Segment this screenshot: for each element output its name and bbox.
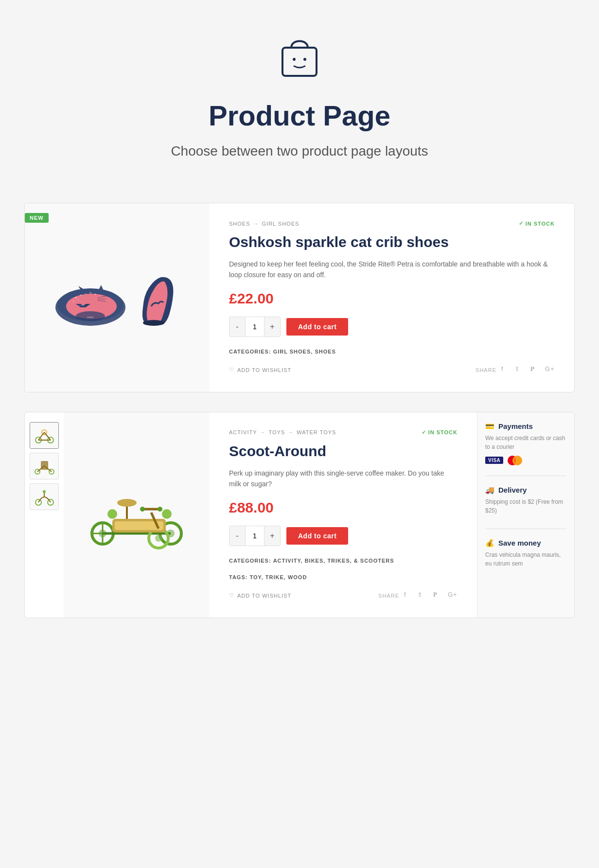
visa-icon: VISA — [485, 457, 503, 464]
product-1-details: SHOES → GIRL SHOES ✓ IN STOCK Oshkosh sp… — [210, 203, 574, 392]
pinterest-icon[interactable]: 𝐏 — [530, 365, 540, 375]
svg-point-14 — [90, 296, 98, 301]
categories-label: CATEGORIES: — [229, 349, 271, 354]
svg-point-42 — [43, 490, 46, 493]
svg-point-27 — [143, 320, 164, 326]
share-row: SHARE f 𝕥 𝐏 G+ — [476, 365, 555, 375]
in-stock-badge: ✓ IN STOCK — [519, 220, 555, 227]
hero-icon — [10, 29, 589, 85]
svg-point-58 — [140, 507, 145, 512]
pinterest-icon-2[interactable]: 𝐏 — [433, 591, 443, 601]
save-money-title: 💰 Save money — [485, 539, 566, 548]
thumbnail-2[interactable] — [30, 453, 59, 479]
qty-input[interactable] — [245, 317, 264, 337]
svg-point-8 — [85, 293, 86, 294]
svg-point-12 — [73, 301, 74, 302]
svg-point-63 — [512, 456, 522, 465]
product-2-title: Scoot-Around — [229, 443, 458, 460]
wishlist-button-2[interactable]: ♡ ADD TO WISHLIST — [229, 592, 291, 599]
hero-section: Product Page Choose between two product … — [0, 0, 599, 183]
shoe-images: baby — [52, 259, 183, 337]
quantity-control: - + — [229, 317, 281, 337]
svg-point-55 — [162, 509, 172, 519]
thumbnail-3[interactable] — [30, 483, 59, 510]
facebook-icon[interactable]: f — [501, 365, 511, 375]
breadcrumb-left: SHOES → GIRL SHOES — [229, 221, 299, 227]
breadcrumb-toys: TOYS — [269, 429, 285, 435]
add-to-cart-button[interactable]: Add to cart — [286, 318, 348, 336]
product-2-breadcrumb: ACTIVITY → TOYS → WATER TOYS ✓ IN STOCK — [229, 429, 458, 436]
product-card-2-main: ACTIVITY → TOYS → WATER TOYS ✓ IN STOCK … — [25, 412, 477, 618]
save-money-desc: Cras vehicula magna mauris, eu rutrum se… — [485, 550, 566, 568]
product-card-2: ACTIVITY → TOYS → WATER TOYS ✓ IN STOCK … — [24, 412, 575, 618]
new-badge: NEW — [25, 213, 49, 223]
wishlist-share-row-2: ♡ ADD TO WISHLIST SHARE f 𝕥 𝐏 G+ — [229, 591, 458, 601]
categories-row: CATEGORIES: GIRL SHOES, SHOES — [229, 349, 555, 354]
share-row-2: SHARE f 𝕥 𝐏 G+ — [378, 591, 458, 601]
sidebar-payments: 💳 Payments We accept credit cards or cas… — [485, 422, 566, 476]
svg-point-40 — [48, 499, 53, 505]
product-1-image-area: NEW — [25, 203, 210, 392]
add-to-cart-button-2[interactable]: Add to cart — [286, 527, 348, 545]
svg-point-54 — [107, 509, 117, 519]
page-subtitle: Choose between two product page layouts — [10, 143, 589, 159]
categories-value: GIRL SHOES, SHOES — [273, 349, 336, 354]
facebook-icon-2[interactable]: f — [404, 591, 414, 601]
product-card-2-inner: ACTIVITY → TOYS → WATER TOYS ✓ IN STOCK … — [25, 412, 477, 618]
googleplus-icon[interactable]: G+ — [545, 365, 555, 375]
googleplus-icon-2[interactable]: G+ — [448, 591, 458, 601]
share-label-2: SHARE — [378, 593, 399, 599]
product-1-title: Oshkosh sparkle cat crib shoes — [229, 233, 555, 251]
trike-image — [88, 476, 185, 554]
twitter-icon-2[interactable]: 𝕥 — [419, 591, 428, 601]
svg-point-11 — [100, 296, 101, 297]
qty-plus-button-2[interactable]: + — [264, 526, 280, 546]
save-money-icon: 💰 — [485, 539, 494, 548]
sidebar-save-money: 💰 Save money Cras vehicula magna mauris,… — [485, 539, 566, 582]
breadcrumb-activity: ACTIVITY — [229, 429, 257, 435]
qty-minus-button[interactable]: - — [229, 317, 245, 337]
qty-input-2[interactable] — [245, 526, 264, 546]
svg-point-51 — [155, 535, 162, 542]
breadcrumb-arrow-1: → — [260, 429, 266, 435]
main-product-image — [64, 412, 210, 618]
svg-point-6 — [75, 297, 77, 299]
breadcrumb-arrow: → — [253, 221, 259, 227]
shoe-image-1: baby — [52, 264, 129, 332]
wishlist-button[interactable]: ♡ ADD TO WISHLIST — [229, 367, 291, 373]
sidebar-panel: 💳 Payments We accept credit cards or cas… — [477, 412, 574, 618]
categories-row-2: CATEGORIES: ACTIVITY, BIKES, TRIKES, & S… — [229, 558, 458, 564]
svg-point-9 — [89, 292, 91, 294]
add-to-cart-row: - + Add to cart — [229, 317, 555, 337]
thumbnails-column — [25, 412, 64, 618]
checkmark-icon: ✓ — [519, 220, 524, 227]
tags-row: TAGS: TOY, TRIKE, WOOD — [229, 574, 458, 580]
breadcrumb-girl-shoes: GIRL SHOES — [262, 221, 300, 227]
product-1-price: £22.00 — [229, 290, 555, 307]
shoe-image-2 — [134, 259, 183, 337]
thumbnail-1[interactable] — [30, 422, 59, 449]
delivery-title: 🚚 Delivery — [485, 486, 566, 495]
breadcrumb-shoes: SHOES — [229, 221, 250, 227]
payments-icon: 💳 — [485, 422, 494, 431]
svg-point-1 — [293, 58, 296, 61]
heart-icon-2: ♡ — [229, 592, 234, 599]
product-2-price: £88.00 — [229, 499, 458, 516]
svg-point-59 — [158, 507, 162, 512]
payments-title: 💳 Payments — [485, 422, 566, 431]
twitter-icon[interactable]: 𝕥 — [516, 365, 526, 375]
breadcrumb-water-toys: WATER TOYS — [297, 429, 336, 435]
tags-label: TAGS: — [229, 574, 247, 580]
qty-minus-button-2[interactable]: - — [229, 526, 245, 546]
mastercard-icon — [506, 455, 524, 466]
svg-point-61 — [117, 499, 137, 507]
page-title: Product Page — [10, 99, 589, 132]
svg-text:baby: baby — [87, 316, 93, 319]
wishlist-share-row: ♡ ADD TO WISHLIST SHARE f 𝕥 𝐏 G+ — [229, 365, 555, 375]
in-stock-badge-2: ✓ IN STOCK — [422, 429, 458, 436]
sidebar-delivery: 🚚 Delivery Shipping cost is $2 (Free fro… — [485, 486, 566, 529]
share-label: SHARE — [476, 367, 496, 373]
breadcrumb-2-left: ACTIVITY → TOYS → WATER TOYS — [229, 429, 336, 435]
delivery-desc: Shipping cost is $2 (Free from $25) — [485, 497, 566, 515]
qty-plus-button[interactable]: + — [264, 317, 280, 337]
